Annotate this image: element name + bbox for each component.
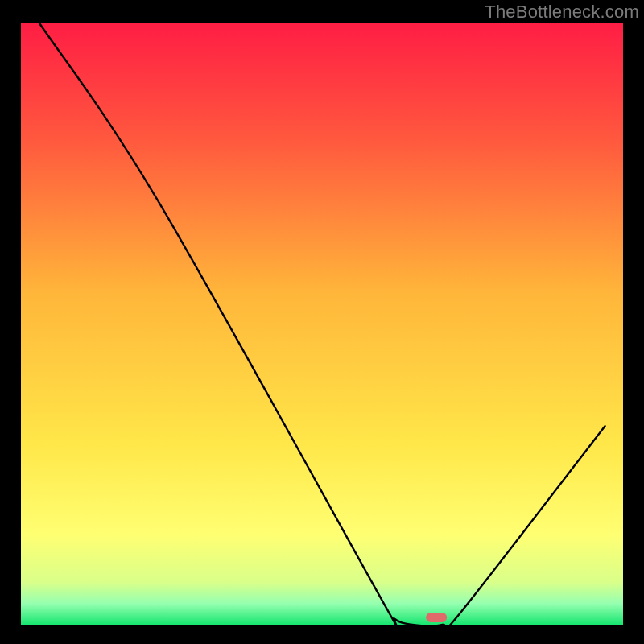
chart-frame: TheBottleneck.com [0, 0, 644, 644]
optimal-marker [426, 613, 447, 622]
bottleneck-chart [0, 0, 644, 644]
plot-background [21, 23, 623, 625]
watermark-label: TheBottleneck.com [485, 2, 639, 23]
